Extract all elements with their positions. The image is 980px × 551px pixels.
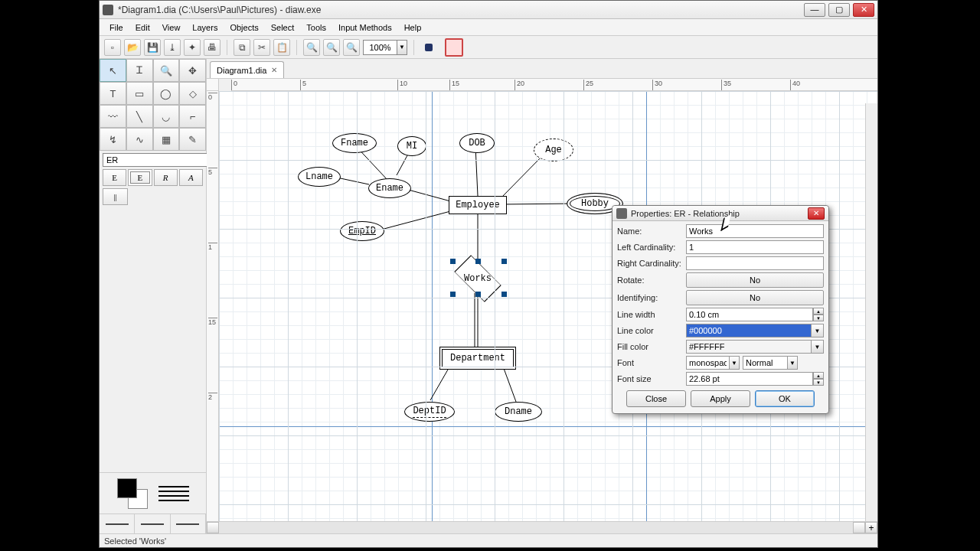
image-tool[interactable]: ▦ bbox=[153, 128, 180, 151]
right-cardinality-input[interactable] bbox=[686, 256, 824, 270]
apply-button[interactable]: Apply bbox=[691, 390, 750, 407]
scroll-left-icon[interactable] bbox=[207, 522, 219, 533]
fg-color[interactable] bbox=[117, 478, 137, 498]
new-icon[interactable]: ▫ bbox=[104, 39, 121, 56]
chevron-down-icon[interactable]: ▼ bbox=[787, 356, 798, 370]
attr-deptid[interactable]: DeptID bbox=[404, 402, 455, 422]
chevron-down-icon[interactable]: ▼ bbox=[812, 324, 824, 337]
line-mid[interactable] bbox=[135, 514, 170, 533]
line-width-input[interactable] bbox=[686, 308, 813, 321]
spin-down-icon[interactable]: ▼ bbox=[813, 379, 824, 386]
entity-department[interactable]: Department bbox=[439, 347, 516, 370]
entity-employee[interactable]: Employee bbox=[449, 196, 507, 214]
rotate-toggle[interactable]: No bbox=[686, 272, 824, 288]
line-start[interactable] bbox=[100, 514, 135, 533]
dialog-close-button[interactable]: ✕ bbox=[808, 207, 825, 220]
zoom-fit-icon[interactable]: 🔍 bbox=[343, 39, 360, 56]
spin-up-icon[interactable]: ▲ bbox=[813, 308, 824, 315]
copy-icon[interactable]: ⧉ bbox=[234, 39, 250, 56]
menu-objects[interactable]: Objects bbox=[224, 21, 263, 34]
cut-icon[interactable]: ✂ bbox=[253, 39, 270, 56]
fg-bg-swatch[interactable] bbox=[117, 478, 148, 509]
er-weak-entity-icon[interactable]: E bbox=[128, 169, 152, 186]
spin-down-icon[interactable]: ▼ bbox=[813, 315, 824, 321]
menu-file[interactable]: File bbox=[104, 21, 129, 34]
text-tool[interactable]: T bbox=[100, 82, 126, 105]
er-relationship-icon[interactable]: R bbox=[154, 169, 178, 186]
line-style-row[interactable] bbox=[100, 514, 206, 533]
bezier-tool[interactable]: ∿ bbox=[126, 128, 153, 151]
font-style-select[interactable] bbox=[743, 356, 787, 370]
name-input[interactable] bbox=[686, 224, 824, 238]
outline-tool[interactable]: ✎ bbox=[179, 128, 206, 151]
chevron-down-icon[interactable]: ▼ bbox=[397, 40, 407, 55]
zoom-out-icon[interactable]: 🔍 bbox=[323, 39, 340, 56]
pointer-tool[interactable]: ↖ bbox=[100, 59, 126, 82]
ellipse-tool[interactable]: ◯ bbox=[153, 82, 180, 105]
er-entity-icon[interactable]: E bbox=[103, 169, 126, 186]
export-icon[interactable]: ✦ bbox=[184, 39, 201, 56]
attr-mi[interactable]: MI bbox=[397, 136, 426, 156]
close-button[interactable]: ✕ bbox=[853, 3, 874, 17]
attr-empid[interactable]: EmpID bbox=[340, 221, 384, 241]
text-caret-tool[interactable]: Ꮖ bbox=[126, 59, 153, 82]
menu-layers[interactable]: Layers bbox=[187, 21, 223, 34]
zigzag-tool[interactable]: ⌐ bbox=[179, 105, 206, 128]
close-button[interactable]: Close bbox=[626, 390, 686, 407]
handle[interactable] bbox=[450, 259, 456, 264]
menu-select[interactable]: Select bbox=[266, 21, 300, 34]
saveas-icon[interactable]: ⤓ bbox=[164, 39, 181, 56]
er-participation-icon[interactable]: || bbox=[103, 188, 128, 205]
attr-age[interactable]: Age bbox=[534, 139, 573, 161]
sheet-selector[interactable]: ▼ bbox=[103, 153, 203, 167]
attr-dob[interactable]: DOB bbox=[459, 133, 495, 153]
document-tab[interactable]: Diagram1.dia ✕ bbox=[210, 61, 284, 78]
attr-dname[interactable]: Dname bbox=[495, 402, 542, 422]
close-icon[interactable]: ✕ bbox=[271, 66, 277, 74]
identifying-toggle[interactable]: No bbox=[686, 290, 824, 305]
color-picker[interactable] bbox=[100, 472, 206, 514]
menu-input-methods[interactable]: Input Methods bbox=[333, 21, 397, 34]
menu-view[interactable]: View bbox=[157, 21, 186, 34]
sheet-input[interactable] bbox=[103, 153, 215, 167]
paste-icon[interactable]: 📋 bbox=[273, 39, 290, 56]
menu-edit[interactable]: Edit bbox=[130, 21, 155, 34]
scroll-right-icon[interactable] bbox=[853, 522, 865, 533]
add-page-icon[interactable]: + bbox=[865, 522, 877, 533]
handle[interactable] bbox=[501, 259, 507, 264]
print-icon[interactable]: 🖶 bbox=[204, 39, 220, 56]
open-icon[interactable]: 📂 bbox=[124, 39, 141, 56]
maximize-button[interactable]: ▢ bbox=[828, 3, 850, 17]
grid-dot-icon[interactable] bbox=[425, 44, 433, 51]
zoom-input[interactable] bbox=[363, 40, 397, 55]
line-color-swatch[interactable]: #000000 bbox=[686, 324, 812, 337]
line-end[interactable] bbox=[171, 514, 206, 533]
scroll-tool[interactable]: ✥ bbox=[179, 59, 206, 82]
line-tool[interactable]: ╲ bbox=[126, 105, 153, 128]
arc-tool[interactable]: ◡ bbox=[153, 105, 180, 128]
snap-toggle[interactable] bbox=[445, 38, 463, 57]
minimize-button[interactable]: — bbox=[804, 3, 825, 17]
font-family-select[interactable] bbox=[686, 356, 729, 370]
handle[interactable] bbox=[501, 292, 507, 297]
font-size-input[interactable] bbox=[686, 372, 813, 386]
dialog-titlebar[interactable]: Properties: ER - Relationship ✕ bbox=[612, 206, 828, 221]
zoom-tool[interactable]: 🔍 bbox=[153, 59, 180, 82]
ok-button[interactable]: OK bbox=[755, 390, 815, 407]
er-attribute-icon[interactable]: A bbox=[179, 169, 203, 186]
handle[interactable] bbox=[475, 259, 481, 264]
zoom-combo[interactable]: ▼ bbox=[363, 40, 407, 55]
scrollbar-vertical[interactable] bbox=[865, 103, 877, 521]
chevron-down-icon[interactable]: ▼ bbox=[729, 356, 740, 370]
menu-tools[interactable]: Tools bbox=[301, 21, 332, 34]
left-cardinality-input[interactable] bbox=[686, 240, 824, 254]
attr-ename[interactable]: Ename bbox=[368, 178, 411, 198]
polyline-tool[interactable]: ↯ bbox=[100, 128, 126, 151]
spin-up-icon[interactable]: ▲ bbox=[813, 372, 824, 379]
scrollbar-horizontal[interactable]: + bbox=[207, 521, 877, 533]
attr-lname[interactable]: Lname bbox=[298, 167, 341, 187]
zoom-in-icon[interactable]: 🔍 bbox=[303, 39, 320, 56]
handle[interactable] bbox=[450, 292, 456, 297]
handle[interactable] bbox=[475, 292, 481, 297]
box-tool[interactable]: ▭ bbox=[126, 82, 153, 105]
